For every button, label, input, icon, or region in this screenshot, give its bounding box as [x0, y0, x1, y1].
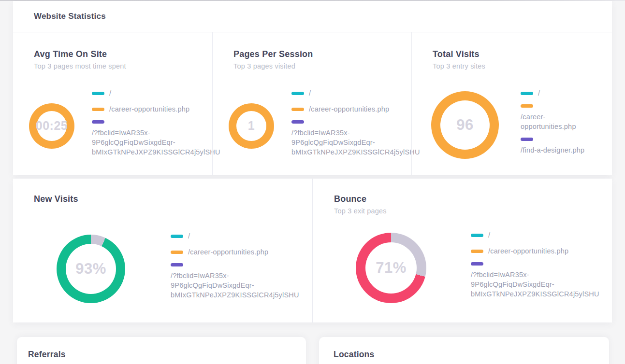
card-title-locations: Locations — [334, 350, 609, 360]
legend-dash-icon — [471, 250, 483, 253]
legend-item-career[interactable]: /career-opportunities.php — [92, 104, 206, 114]
legend-total-visits: / /career-opportunities.php /find-a-desi… — [521, 88, 599, 161]
card-body: 71% / /career-opportunities.php /?fbclid… — [334, 230, 612, 305]
legend-label: /?fbclid=IwAR35x-9P6glcQgFiqDwSixgdEqr-b… — [92, 129, 220, 156]
legend-dash-icon — [92, 92, 104, 95]
card-title-new-visits: New Visits — [34, 194, 312, 204]
total-visits-donut-chart: 96 — [431, 91, 499, 159]
legend-dash-icon — [471, 234, 483, 237]
legend-item-root[interactable]: / — [171, 231, 285, 241]
card-subtitle-total-visits: Top 3 entry sites — [433, 62, 612, 70]
new-visits-donut-chart: 93% — [57, 235, 125, 303]
card-subtitle-avg-time: Top 3 pages most time spent — [34, 62, 212, 70]
new-visits-value: 93% — [57, 235, 125, 303]
legend-item-root[interactable]: / — [291, 88, 406, 98]
card-title-pages-session: Pages Per Session — [233, 49, 411, 59]
legend-item-career[interactable]: /career-opportunities.php — [171, 247, 285, 257]
legend-dash-icon — [92, 108, 104, 111]
legend-avg-time: / /career-opportunities.php /?fbclid=IwA… — [92, 88, 206, 163]
legend-label: /career-opportunities.php — [188, 247, 268, 257]
legend-item-career[interactable]: /career-opportunities.php — [521, 104, 599, 131]
legend-item-career[interactable]: /career-opportunities.php — [291, 104, 406, 114]
card-subtitle-bounce: Top 3 exit pages — [334, 207, 612, 215]
page-title: Website Statistics — [34, 12, 106, 21]
card-body: 96 / /career-opportunities.php /find-a-d… — [433, 88, 612, 161]
card-body: 1 / /career-opportunities.php /?fbclid=I… — [233, 88, 411, 163]
card-body: 93% / /career-opportunities.php /?fbclid… — [34, 231, 312, 306]
legend-item-fbclid[interactable]: /?fbclid=IwAR35x-9P6glcQgFiqDwSixgdEqr-b… — [471, 262, 585, 299]
card-title-referrals: Referrals — [28, 350, 306, 360]
card-title-bounce: Bounce — [334, 194, 612, 204]
legend-item-root[interactable]: / — [92, 88, 206, 98]
legend-label: / — [309, 88, 311, 98]
legend-item-root[interactable]: / — [471, 230, 585, 240]
avg-time-donut-chart: 00:25 — [29, 103, 74, 149]
card-title-avg-time: Avg Time On Site — [34, 49, 212, 59]
panel-header: Website Statistics — [13, 1, 612, 32]
card-referrals: Referrals — [17, 337, 306, 364]
legend-item-find-designer[interactable]: /find-a-designer.php — [521, 138, 599, 155]
legend-dash-icon — [291, 108, 304, 111]
legend-label: / — [488, 230, 490, 240]
legend-item-root[interactable]: / — [521, 88, 599, 98]
legend-dash-icon — [521, 138, 533, 141]
legend-label: / — [538, 88, 540, 98]
stats-row: Avg Time On Site Top 3 pages most time s… — [13, 32, 612, 175]
legend-label: /career-opportunities.php — [488, 246, 568, 256]
legend-dash-icon — [521, 92, 533, 95]
card-total-visits: Total Visits Top 3 entry sites 96 / /car… — [411, 32, 612, 175]
legend-label: /find-a-designer.php — [521, 146, 584, 154]
legend-label: /career-opportunities.php — [521, 113, 576, 130]
legend-dash-icon — [291, 92, 304, 95]
legend-label: /?fbclid=IwAR35x-9P6glcQgFiqDwSixgdEqr-b… — [471, 271, 599, 298]
legend-label: / — [109, 88, 111, 98]
legend-item-career[interactable]: /career-opportunities.php — [471, 246, 585, 256]
legend-dash-icon — [171, 235, 183, 238]
card-title-total-visits: Total Visits — [433, 49, 612, 59]
legend-label: / — [188, 231, 190, 241]
card-avg-time-on-site: Avg Time On Site Top 3 pages most time s… — [13, 32, 212, 175]
legend-dash-icon — [171, 263, 183, 266]
card-subtitle-pages-session: Top 3 pages visited — [233, 62, 411, 70]
legend-item-fbclid[interactable]: /?fbclid=IwAR35x-9P6glcQgFiqDwSixgdEqr-b… — [92, 120, 206, 157]
avg-time-value: 00:25 — [29, 103, 74, 149]
legend-dash-icon — [521, 104, 533, 108]
legend-label: /career-opportunities.php — [309, 104, 389, 114]
bounce-donut-chart: 71% — [356, 233, 426, 303]
card-locations: Locations — [319, 337, 609, 364]
legend-dash-icon — [92, 120, 104, 124]
legend-label: /?fbclid=IwAR35x-9P6glcQgFiqDwSixgdEqr-b… — [291, 129, 420, 156]
card-bounce: Bounce Top 3 exit pages 71% / /career-op… — [312, 179, 612, 322]
pages-session-donut-chart: 1 — [229, 103, 274, 149]
legend-dash-icon — [471, 262, 483, 266]
pages-session-value: 1 — [229, 103, 274, 149]
bounce-value: 71% — [356, 233, 426, 303]
legend-label: /career-opportunities.php — [109, 104, 189, 114]
legend-bounce: / /career-opportunities.php /?fbclid=IwA… — [471, 230, 585, 305]
card-body: 00:25 / /career-opportunities.php /?fbcl… — [34, 88, 212, 163]
legend-item-fbclid[interactable]: /?fbclid=IwAR35x-9P6glcQgFiqDwSixgdEqr-b… — [291, 120, 406, 157]
legend-dash-icon — [291, 120, 304, 124]
legend-item-fbclid[interactable]: /?fbclid=IwAR35x-9P6glcQgFiqDwSixgdEqr-b… — [171, 263, 285, 300]
card-new-visits: New Visits 93% / /career-opportunities.p… — [13, 179, 312, 322]
visits-bounce-panel: New Visits 93% / /career-opportunities.p… — [13, 179, 612, 322]
website-statistics-panel: Website Statistics Avg Time On Site Top … — [13, 1, 612, 175]
legend-label: /?fbclid=IwAR35x-9P6glcQgFiqDwSixgdEqr-b… — [171, 272, 299, 299]
total-visits-value: 96 — [431, 91, 499, 159]
legend-dash-icon — [171, 251, 183, 254]
legend-new-visits: / /career-opportunities.php /?fbclid=IwA… — [171, 231, 285, 306]
legend-pages-session: / /career-opportunities.php /?fbclid=IwA… — [291, 88, 406, 163]
card-pages-per-session: Pages Per Session Top 3 pages visited 1 … — [212, 32, 411, 175]
